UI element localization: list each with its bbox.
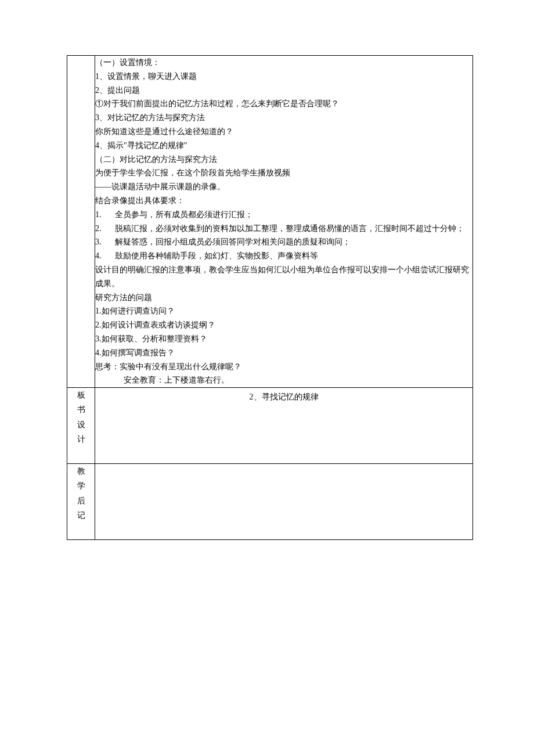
question-3: 你所知道这些是通过什么途径知道的？ — [95, 125, 472, 139]
main-label-cell — [67, 56, 95, 388]
board-design-content: 2、寻找记忆的规律 — [95, 388, 473, 464]
label-char: 书 — [67, 402, 95, 417]
main-content-row: （一）设置情境： 1、设置情景，聊天进入课题 2、提出问题 ①对于我们前面提出的… — [67, 56, 473, 388]
safety-line: 安全教育：上下楼道靠右行。 — [95, 373, 472, 387]
question-1: ①对于我们前面提出的记忆方法和过程，怎么来判断它是否合理呢？ — [95, 97, 472, 111]
label-char: 设 — [67, 417, 95, 432]
section2-line2: ——说课题活动中展示课题的录像。 — [95, 180, 472, 194]
item-2: 2、提出问题 — [95, 84, 472, 98]
board-design-row: 板 书 设 计 2、寻找记忆的规律 — [67, 388, 473, 464]
teaching-notes-label-text: 教 学 后 记 — [67, 464, 95, 523]
page: （一）设置情境： 1、设置情景，聊天进入课题 2、提出问题 ①对于我们前面提出的… — [0, 0, 534, 756]
label-char: 后 — [67, 494, 95, 508]
research-methods-title: 研究方法的问题 — [95, 291, 472, 305]
section2-line4: 设计目的明确汇报的注意事项，教会学生应当如何汇以小组为单位合作报可以安排一个小组… — [95, 263, 472, 291]
req-item-1: 全员参与，所有成员都必须进行汇报； — [95, 208, 472, 222]
main-content-cell: （一）设置情境： 1、设置情景，聊天进入课题 2、提出问题 ①对于我们前面提出的… — [95, 56, 473, 388]
req-item-3: 解疑答惑，回报小组成员必须回答同学对相关问题的质疑和询问； — [95, 235, 472, 249]
item-4: 4、揭示"寻找记忆的规律" — [95, 139, 472, 153]
board-design-label: 板 书 设 计 — [67, 388, 95, 464]
rm-4: 4.如何撰写调查报告？ — [95, 346, 472, 360]
board-design-title: 2、寻找记忆的规律 — [95, 388, 472, 404]
rm-2: 2.如何设计调查表或者访谈提纲？ — [95, 318, 472, 332]
req-item-2: 脱稿汇报，必须对收集到的资料加以加工整理，整理成通俗易懂的语言，汇报时间不超过十… — [95, 222, 472, 236]
think-line: 思考：实验中有没有呈现出什么规律呢？ — [95, 360, 472, 374]
board-design-label-text: 板 书 设 计 — [67, 388, 95, 447]
label-char: 学 — [67, 478, 95, 493]
section2-title: （二）对比记忆的方法与探究方法 — [95, 153, 472, 167]
item-1: 1、设置情景，聊天进入课题 — [95, 70, 472, 84]
section2-line3: 结合录像提出具体要求： — [95, 194, 472, 208]
teaching-notes-label: 教 学 后 记 — [67, 464, 95, 540]
label-char: 板 — [67, 388, 95, 402]
section2-line1: 为便于学生学会汇报，在这个阶段首先给学生播放视频 — [95, 166, 472, 180]
document-table: （一）设置情境： 1、设置情景，聊天进入课题 2、提出问题 ①对于我们前面提出的… — [67, 55, 473, 540]
rm-1: 1.如何进行调查访问？ — [95, 304, 472, 318]
requirement-list: 全员参与，所有成员都必须进行汇报； 脱稿汇报，必须对收集到的资料加以加工整理，整… — [95, 208, 472, 263]
label-char: 计 — [67, 432, 95, 447]
rm-3: 3.如何获取、分析和整理资料？ — [95, 332, 472, 346]
section1-title: （一）设置情境： — [95, 56, 472, 70]
teaching-notes-row: 教 学 后 记 — [67, 464, 473, 540]
label-char: 教 — [67, 464, 95, 478]
req-item-4: 鼓励使用各种辅助手段，如幻灯、实物投影、声像资料等 — [95, 249, 472, 263]
teaching-notes-content — [95, 464, 473, 540]
item-3: 3、对比记忆的方法与探究方法 — [95, 111, 472, 125]
label-char: 记 — [67, 508, 95, 523]
